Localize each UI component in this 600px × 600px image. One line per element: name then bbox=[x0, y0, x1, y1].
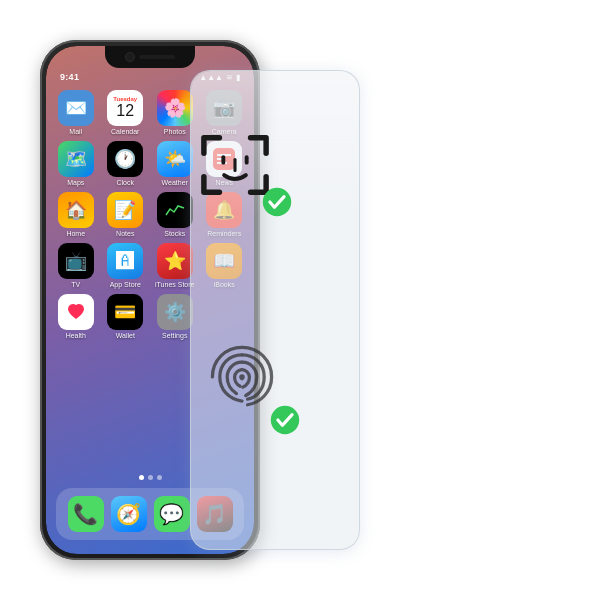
calendar-icon: Tuesday 12 bbox=[107, 90, 143, 126]
mail-icon: ✉️ bbox=[58, 90, 94, 126]
app-tv[interactable]: 📺 TV bbox=[54, 243, 98, 288]
dot-1 bbox=[139, 475, 144, 480]
notch bbox=[105, 46, 195, 68]
app-clock[interactable]: 🕐 Clock bbox=[104, 141, 148, 186]
dock-messages[interactable]: 💬 bbox=[154, 496, 190, 532]
notes-icon: 📝 bbox=[107, 192, 143, 228]
home-icon: 🏠 bbox=[58, 192, 94, 228]
dock-phone[interactable]: 📞 bbox=[68, 496, 104, 532]
app-appstore[interactable]: 🅰 App Store bbox=[104, 243, 148, 288]
svg-point-4 bbox=[263, 188, 291, 216]
face-id-container bbox=[195, 130, 285, 210]
app-home[interactable]: 🏠 Home bbox=[54, 192, 98, 237]
tv-icon: 📺 bbox=[58, 243, 94, 279]
scene: 9:41 ▲▲▲ ≋ ▮ ✉️ Mail bbox=[20, 20, 580, 580]
settings-icon: ⚙️ bbox=[157, 294, 193, 330]
app-maps[interactable]: 🗺️ Maps bbox=[54, 141, 98, 186]
dock-safari[interactable]: 🧭 bbox=[111, 496, 147, 532]
stocks-icon bbox=[157, 192, 193, 228]
app-health[interactable]: Health bbox=[54, 294, 98, 339]
app-calendar[interactable]: Tuesday 12 Calendar bbox=[104, 90, 148, 135]
wallet-icon: 💳 bbox=[107, 294, 143, 330]
weather-icon: 🌤️ bbox=[157, 141, 193, 177]
maps-icon: 🗺️ bbox=[58, 141, 94, 177]
svg-point-5 bbox=[239, 374, 245, 380]
front-camera-icon bbox=[125, 52, 135, 62]
app-mail[interactable]: ✉️ Mail bbox=[54, 90, 98, 135]
photos-icon: 🌸 bbox=[157, 90, 193, 126]
dot-2 bbox=[148, 475, 153, 480]
app-wallet[interactable]: 💳 Wallet bbox=[104, 294, 148, 339]
dot-3 bbox=[157, 475, 162, 480]
health-icon bbox=[58, 294, 94, 330]
speaker-icon bbox=[139, 55, 175, 59]
svg-point-6 bbox=[271, 406, 299, 434]
itunesstore-icon: ⭐ bbox=[157, 243, 193, 279]
app-notes[interactable]: 📝 Notes bbox=[104, 192, 148, 237]
appstore-icon: 🅰 bbox=[107, 243, 143, 279]
clock-icon: 🕐 bbox=[107, 141, 143, 177]
fingerprint-container bbox=[205, 340, 295, 430]
status-time: 9:41 bbox=[60, 72, 79, 82]
